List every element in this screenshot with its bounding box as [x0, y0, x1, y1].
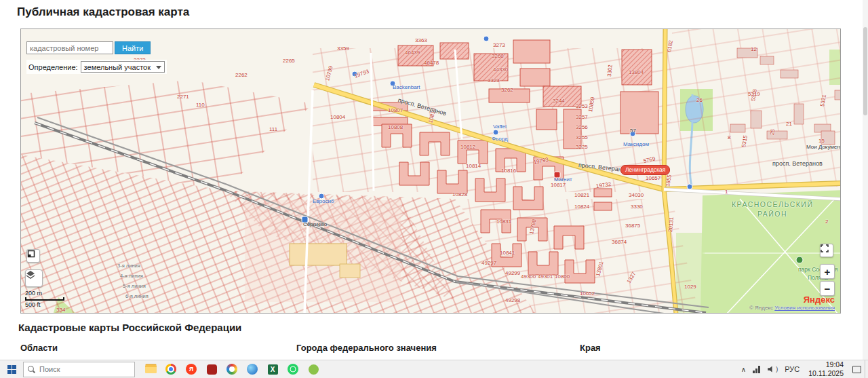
folder-icon[interactable] — [140, 360, 161, 378]
page-title: Публичная кадастровая карта — [17, 5, 189, 19]
layers-icon — [26, 270, 35, 280]
chrome-icon[interactable] — [161, 360, 181, 378]
red-app-icon[interactable] — [201, 360, 222, 378]
zoom-in-button[interactable]: + — [820, 264, 835, 279]
browser2-icon[interactable] — [222, 360, 242, 378]
map-search-panel: Найти Определение: земельный участок — [26, 41, 167, 74]
fullscreen-icon — [821, 244, 829, 252]
scale-bar — [25, 297, 64, 301]
taskbar-search[interactable] — [23, 362, 135, 377]
object-type-value: земельный участок — [84, 63, 151, 71]
show-desktop-button[interactable] — [865, 360, 868, 378]
windows-taskbar: ∧ ) РУС 19:04 10.11.2025 — [0, 360, 868, 378]
section-title: Кадастровые карты Российской Федерации — [18, 322, 241, 333]
cadastral-number-input[interactable] — [26, 41, 113, 54]
scale-metric: 200 m — [25, 290, 64, 297]
map-attribution: Яндекс © Яндекс Условия использования — [749, 295, 835, 311]
search-icon — [28, 366, 35, 373]
column-header-krais: Края — [580, 343, 601, 353]
clock-time: 19:04 — [808, 360, 844, 369]
layers-button[interactable] — [25, 269, 43, 287]
scrollbar-thumb[interactable] — [863, 27, 867, 115]
filter-label: Определение: — [28, 63, 78, 71]
column-header-regions: Области — [20, 343, 58, 353]
clock-date: 10.11.2025 — [808, 369, 844, 378]
excel-icon[interactable] — [262, 360, 283, 378]
find-button[interactable]: Найти — [115, 41, 151, 54]
column-header-federal-cities: Города федерального значения — [296, 343, 437, 353]
network-icon[interactable] — [749, 360, 764, 378]
copyright-text: © Яндекс — [749, 305, 773, 311]
volume-icon[interactable]: ) — [764, 360, 781, 378]
fullscreen-button[interactable] — [820, 244, 833, 257]
page-scrollbar[interactable] — [863, 0, 868, 360]
action-center-button[interactable] — [849, 360, 865, 378]
system-tray: ∧ ) РУС 19:04 10.11.2025 — [738, 360, 868, 378]
object-type-select[interactable]: земельный участок — [81, 61, 165, 73]
zoom-out-button[interactable]: − — [820, 281, 835, 296]
measure-button[interactable] — [26, 249, 40, 263]
taskbar-search-input[interactable] — [39, 365, 121, 373]
tray-overflow-chevron-icon[interactable]: ∧ — [738, 360, 749, 378]
terms-of-use-link[interactable]: Условия использования — [774, 305, 835, 311]
yandex-logo[interactable]: Яндекс — [749, 295, 835, 305]
globe-app-icon[interactable] — [242, 360, 262, 378]
inset-icon — [27, 250, 35, 258]
whatsapp-icon[interactable] — [283, 360, 303, 378]
cadastral-map[interactable]: 2272335922652262227111011110799197931080… — [20, 29, 841, 314]
green-app-icon[interactable] — [303, 360, 323, 378]
yandex-browser-icon[interactable] — [181, 360, 201, 378]
scale-imperial: 500 ft — [25, 301, 64, 308]
action-center-icon — [852, 366, 861, 373]
start-button[interactable] — [0, 360, 23, 378]
taskbar-app-icons — [140, 360, 323, 378]
windows-logo-icon — [7, 365, 16, 374]
language-indicator[interactable]: РУС — [781, 360, 803, 378]
map-scale: 200 m 500 ft — [25, 290, 64, 308]
taskbar-clock[interactable]: 19:04 10.11.2025 — [803, 360, 849, 377]
